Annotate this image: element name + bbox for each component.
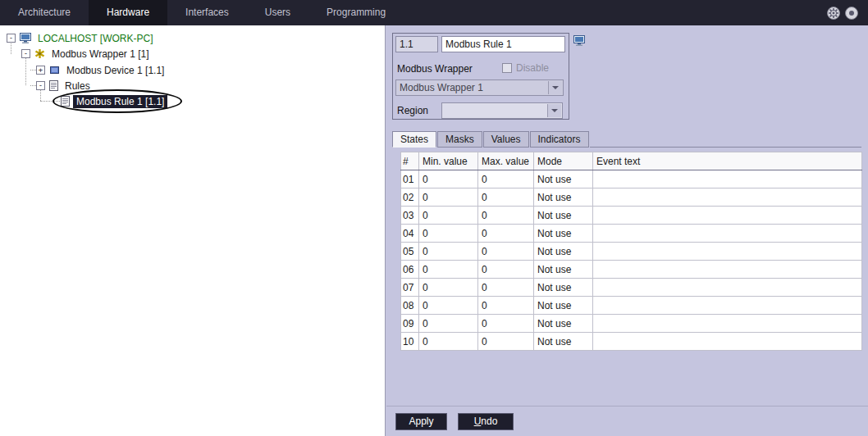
min-value-cell[interactable]: 0 xyxy=(419,207,478,225)
hardware-tree-panel: - LOCALHOST [WORK-PC] - Modbus Wrappe xyxy=(0,25,386,436)
tree-item-modbus-rule[interactable]: Modbus Rule 1 [1.1] xyxy=(61,93,167,109)
wrapper-icon xyxy=(34,48,45,59)
mode-cell[interactable]: Not use xyxy=(534,243,593,261)
tree-guide-line xyxy=(30,85,36,86)
event-text-cell[interactable] xyxy=(593,188,862,207)
min-value-cell[interactable]: 0 xyxy=(419,225,478,243)
monitor-icon xyxy=(573,35,585,48)
expand-toggle[interactable]: + xyxy=(36,66,45,75)
tree-guide-line xyxy=(30,70,36,70)
tree-item-label[interactable]: Modbus Wrapper 1 [1] xyxy=(48,48,153,61)
event-text-cell[interactable] xyxy=(593,207,862,225)
tree-item-localhost[interactable]: - LOCALHOST [WORK-PC] xyxy=(7,30,156,46)
max-value-cell[interactable]: 0 xyxy=(478,225,534,243)
min-value-cell[interactable]: 0 xyxy=(419,333,478,351)
status-icon[interactable] xyxy=(845,7,858,20)
min-value-cell[interactable]: 0 xyxy=(419,188,478,207)
max-value-cell[interactable]: 0 xyxy=(478,333,534,351)
nav-tab-interfaces[interactable]: Interfaces xyxy=(167,0,247,25)
nav-tab-programming[interactable]: Programming xyxy=(308,0,404,25)
mode-cell[interactable]: Not use xyxy=(534,279,593,297)
row-number-cell: 02 xyxy=(401,188,419,207)
max-value-cell[interactable]: 0 xyxy=(478,170,534,188)
collapse-toggle[interactable]: - xyxy=(21,49,30,58)
top-menu-bar: Architecture Hardware Interfaces Users P… xyxy=(0,0,868,25)
collapse-toggle[interactable]: - xyxy=(36,81,45,90)
undo-label-rest: ndo xyxy=(481,416,497,427)
tree-item-label-selected[interactable]: Modbus Rule 1 [1.1] xyxy=(73,95,167,108)
row-number-cell: 03 xyxy=(401,207,419,225)
collapse-toggle[interactable]: - xyxy=(7,34,16,43)
tree-guide-line xyxy=(25,58,26,85)
min-value-cell[interactable]: 0 xyxy=(419,279,478,297)
tab-strip-baseline xyxy=(590,131,861,148)
tree-item-label[interactable]: Rules xyxy=(62,79,94,93)
tab-masks[interactable]: Masks xyxy=(437,131,482,148)
region-label: Region xyxy=(397,105,428,116)
min-value-cell[interactable]: 0 xyxy=(419,170,478,188)
apply-button[interactable]: Apply xyxy=(395,413,447,430)
document-icon xyxy=(61,96,70,107)
tree-item-label[interactable]: LOCALHOST [WORK-PC] xyxy=(34,32,156,45)
undo-button[interactable]: Undo xyxy=(458,413,514,430)
device-icon xyxy=(49,65,60,75)
settings-panel: 1.1 Modbus Rule 1 Modbus Wrapper Disable… xyxy=(386,25,868,436)
row-number-cell: 10 xyxy=(401,333,419,351)
event-text-cell[interactable] xyxy=(593,297,862,315)
event-text-cell[interactable] xyxy=(593,315,862,333)
event-text-cell[interactable] xyxy=(593,333,862,351)
mode-cell[interactable]: Not use xyxy=(534,333,593,351)
wrapper-select: Modbus Wrapper 1 xyxy=(395,79,564,96)
monitor-icon xyxy=(20,33,31,43)
max-value-cell[interactable]: 0 xyxy=(478,207,534,225)
rule-id-field: 1.1 xyxy=(395,36,438,52)
document-icon xyxy=(49,80,58,91)
row-number-cell: 05 xyxy=(401,243,419,261)
max-value-cell[interactable]: 0 xyxy=(478,188,534,207)
max-value-cell[interactable]: 0 xyxy=(478,279,534,297)
mode-cell[interactable]: Not use xyxy=(534,261,593,279)
event-text-cell[interactable] xyxy=(593,261,862,279)
table-row: 06 0 0 Not use xyxy=(401,261,862,279)
rule-name-field[interactable]: Modbus Rule 1 xyxy=(441,36,565,52)
disable-checkbox xyxy=(502,63,512,73)
min-value-cell[interactable]: 0 xyxy=(419,297,478,315)
mode-cell[interactable]: Not use xyxy=(534,225,593,243)
row-number-cell: 01 xyxy=(401,170,419,188)
mode-cell[interactable]: Not use xyxy=(534,207,593,225)
min-value-cell[interactable]: 0 xyxy=(419,315,478,333)
mode-cell[interactable]: Not use xyxy=(534,315,593,333)
nav-tab-users[interactable]: Users xyxy=(247,0,308,25)
tree-item-rules[interactable]: - Rules xyxy=(36,78,94,93)
mode-cell[interactable]: Not use xyxy=(534,170,593,188)
event-text-cell[interactable] xyxy=(593,225,862,243)
max-value-cell[interactable]: 0 xyxy=(478,315,534,333)
table-row: 03 0 0 Not use xyxy=(401,207,862,225)
min-value-cell[interactable]: 0 xyxy=(419,243,478,261)
nav-tab-architecture[interactable]: Architecture xyxy=(0,0,89,25)
chevron-down-icon[interactable] xyxy=(547,104,561,117)
disable-label: Disable xyxy=(516,62,549,74)
table-row: 02 0 0 Not use xyxy=(401,188,862,207)
tab-indicators[interactable]: Indicators xyxy=(530,131,589,148)
nav-tab-hardware[interactable]: Hardware xyxy=(89,0,167,25)
tree-item-label[interactable]: Modbus Device 1 [1.1] xyxy=(63,64,167,77)
max-value-cell[interactable]: 0 xyxy=(478,243,534,261)
region-select[interactable] xyxy=(441,102,563,119)
tree-item-modbus-wrapper[interactable]: - Modbus Wrapper 1 [1] xyxy=(21,46,153,61)
gear-icon[interactable] xyxy=(827,7,840,20)
event-text-cell[interactable] xyxy=(593,279,862,297)
mode-cell[interactable]: Not use xyxy=(534,297,593,315)
header-number: # xyxy=(401,152,419,170)
tab-values[interactable]: Values xyxy=(483,131,529,148)
row-number-cell: 09 xyxy=(401,315,419,333)
tab-states[interactable]: States xyxy=(392,131,436,148)
event-text-cell[interactable] xyxy=(593,170,862,188)
tree-guide-line xyxy=(40,101,60,102)
mode-cell[interactable]: Not use xyxy=(534,188,593,207)
max-value-cell[interactable]: 0 xyxy=(478,297,534,315)
tree-item-modbus-device[interactable]: + Modbus Device 1 [1.1] xyxy=(36,62,167,78)
event-text-cell[interactable] xyxy=(593,243,862,261)
max-value-cell[interactable]: 0 xyxy=(478,261,534,279)
min-value-cell[interactable]: 0 xyxy=(419,261,478,279)
